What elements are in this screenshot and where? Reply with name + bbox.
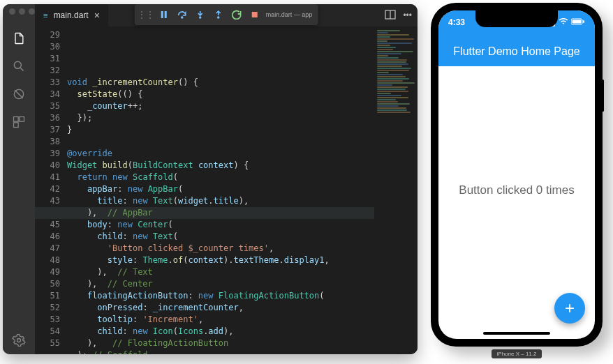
- step-out-icon[interactable]: [210, 6, 227, 23]
- svg-point-5: [17, 339, 21, 342]
- stop-icon[interactable]: [246, 6, 263, 23]
- split-editor-icon[interactable]: [385, 10, 396, 22]
- editor-group: ≡ main.dart × ⋮⋮: [35, 4, 418, 354]
- step-into-icon[interactable]: [192, 6, 209, 23]
- minimap[interactable]: [374, 26, 418, 354]
- fab-add-button[interactable]: +: [554, 293, 585, 324]
- svg-point-0: [14, 61, 21, 68]
- counter-text: Button clicked 0 times: [459, 183, 574, 197]
- svg-rect-3: [20, 117, 24, 122]
- search-icon[interactable]: [3, 52, 35, 80]
- battery-icon: [571, 17, 585, 27]
- svg-rect-14: [573, 20, 582, 24]
- svg-rect-7: [165, 11, 167, 18]
- simulator-label: iPhone X – 11.2: [492, 349, 542, 358]
- phone-frame: 4:33 ▮▮▮ Flutter Demo Home Page Button c…: [431, 3, 603, 347]
- svg-rect-11: [252, 12, 258, 17]
- svg-point-8: [182, 17, 183, 18]
- simulator: 4:33 ▮▮▮ Flutter Demo Home Page Button c…: [430, 3, 603, 358]
- step-over-icon[interactable]: [174, 6, 191, 23]
- plus-icon: +: [565, 298, 575, 318]
- tab-label: main.dart: [54, 10, 89, 20]
- app-bar: Flutter Demo Home Page: [438, 37, 595, 66]
- app-bar-title: Flutter Demo Home Page: [453, 45, 579, 58]
- svg-point-10: [218, 17, 219, 18]
- svg-rect-2: [14, 117, 19, 122]
- ide-window: ≡ main.dart × ⋮⋮: [3, 4, 418, 354]
- debug-target-label: main.dart — app: [265, 12, 316, 18]
- file-icon: ≡: [43, 11, 48, 20]
- editor-actions: •••: [385, 4, 418, 26]
- hot-reload-icon[interactable]: [228, 6, 245, 23]
- phone-notch: [475, 10, 558, 27]
- more-actions-icon[interactable]: •••: [403, 10, 412, 20]
- home-indicator[interactable]: [483, 332, 550, 335]
- debug-toolbar[interactable]: ⋮⋮ main.dart — app: [135, 4, 318, 25]
- status-time: 4:33: [448, 17, 465, 27]
- phone-screen[interactable]: 4:33 ▮▮▮ Flutter Demo Home Page Button c…: [438, 10, 595, 339]
- tab-main-dart[interactable]: ≡ main.dart ×: [35, 4, 109, 26]
- svg-point-9: [200, 17, 201, 18]
- line-gutter: 2930313233343536373839404142434445464748…: [35, 26, 67, 354]
- svg-rect-6: [161, 11, 163, 18]
- app-body: Button clicked 0 times +: [438, 66, 595, 339]
- code-editor[interactable]: 2930313233343536373839404142434445464748…: [35, 26, 418, 354]
- tab-close-icon[interactable]: ×: [94, 10, 100, 21]
- svg-rect-15: [583, 20, 584, 23]
- code-area[interactable]: void _incrementCounter() { setState(() {…: [67, 26, 374, 354]
- settings-gear-icon[interactable]: [3, 326, 35, 354]
- drag-grip-icon[interactable]: ⋮⋮: [138, 6, 154, 23]
- svg-rect-4: [14, 123, 19, 128]
- debug-icon[interactable]: [3, 80, 35, 108]
- activity-bar: [3, 4, 35, 354]
- window-traffic-lights[interactable]: [3, 8, 35, 15]
- extensions-icon[interactable]: [3, 108, 35, 136]
- pause-icon[interactable]: [156, 6, 172, 23]
- explorer-icon[interactable]: [3, 24, 35, 52]
- wifi-icon: [559, 17, 568, 27]
- tab-bar: ≡ main.dart × ⋮⋮: [35, 4, 418, 26]
